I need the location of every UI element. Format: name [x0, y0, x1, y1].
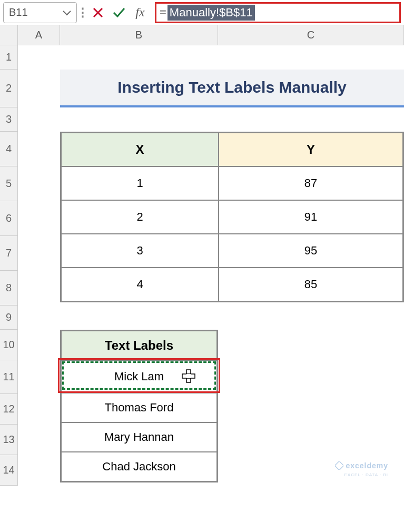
label-cell: Chad Jackson: [61, 452, 217, 481]
formula-reference: Manually!$B$11: [167, 5, 255, 21]
row-header[interactable]: 2: [0, 70, 18, 107]
equals-sign: =: [160, 6, 166, 19]
column-header-C[interactable]: C: [218, 25, 404, 45]
chevron-down-icon[interactable]: [63, 6, 71, 18]
row-header[interactable]: 13: [0, 425, 18, 455]
row-header[interactable]: 7: [0, 236, 18, 271]
name-box[interactable]: B11: [3, 2, 77, 23]
column-headers: A B C: [0, 25, 404, 45]
cell-y: 87: [219, 166, 403, 200]
labels-table: Text Labels Mick Lam Thomas Ford Mary Ha…: [60, 330, 218, 482]
label-cell-selected: Mick Lam: [61, 360, 217, 393]
enter-button[interactable]: [109, 2, 130, 23]
cell-y: 85: [219, 268, 403, 301]
label-cell: Mary Hannan: [61, 422, 217, 452]
cells-area[interactable]: Inserting Text Labels Manually X Y 1 87 …: [18, 45, 404, 486]
row-header[interactable]: 8: [0, 271, 18, 306]
row-header[interactable]: 11: [0, 360, 18, 394]
label-cell: Thomas Ford: [61, 393, 217, 422]
formula-bar: B11 ⋮ fx =Manually!$B$11: [0, 0, 404, 25]
cell-reference: B11: [9, 6, 28, 18]
row-header[interactable]: 14: [0, 455, 18, 486]
cell-x: 2: [61, 200, 219, 234]
column-header-A[interactable]: A: [18, 25, 60, 45]
select-all-corner[interactable]: [0, 25, 18, 45]
watermark-logo: exceldemy: [335, 461, 388, 470]
watermark-tagline: EXCEL · DATA · BI: [344, 472, 388, 477]
labels-header: Text Labels: [61, 331, 217, 360]
formula-input-highlight: =Manually!$B$11: [155, 2, 401, 23]
grid: 1 2 3 4 5 6 7 8 9 10 11 12 13 14 Inserti…: [0, 45, 404, 486]
fx-icon[interactable]: fx: [130, 2, 151, 23]
cell-x: 1: [61, 166, 219, 200]
xy-table: X Y 1 87 2 91 3 95 4 85: [60, 132, 404, 302]
header-x: X: [61, 133, 219, 166]
cell-x: 3: [61, 234, 219, 268]
row-header[interactable]: 4: [0, 132, 18, 166]
row-header[interactable]: 3: [0, 107, 18, 132]
row-header[interactable]: 9: [0, 306, 18, 330]
column-header-B[interactable]: B: [60, 25, 218, 45]
cell-y: 95: [219, 234, 403, 268]
divider-icon: ⋮: [77, 6, 87, 19]
header-y: Y: [219, 133, 403, 166]
watermark-text: exceldemy: [346, 461, 388, 470]
svg-rect-3: [335, 461, 343, 470]
row-header[interactable]: 5: [0, 166, 18, 201]
page-title: Inserting Text Labels Manually: [60, 70, 404, 107]
row-header[interactable]: 10: [0, 330, 18, 360]
formula-input[interactable]: =Manually!$B$11: [160, 5, 255, 21]
row-header[interactable]: 6: [0, 201, 18, 236]
row-headers: 1 2 3 4 5 6 7 8 9 10 11 12 13 14: [0, 45, 18, 486]
row-header[interactable]: 1: [0, 45, 18, 70]
cancel-button[interactable]: [87, 2, 109, 23]
cell-y: 91: [219, 200, 403, 234]
row-header[interactable]: 12: [0, 394, 18, 425]
cell-x: 4: [61, 268, 219, 301]
